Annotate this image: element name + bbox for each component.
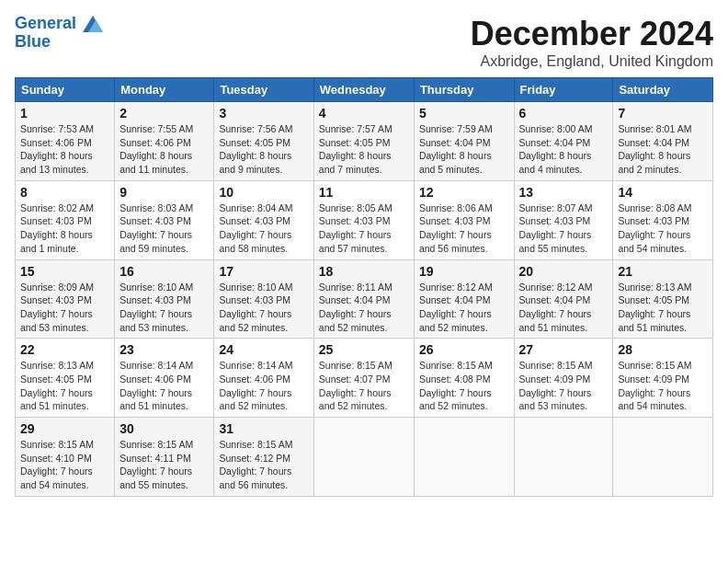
calendar-cell: [613, 418, 713, 497]
header-friday: Friday: [514, 78, 613, 102]
header-thursday: Thursday: [414, 78, 514, 102]
day-number: 30: [119, 421, 209, 436]
day-info: Sunrise: 8:15 AM Sunset: 4:09 PM Dayligh…: [618, 359, 708, 413]
day-info: Sunrise: 8:04 AM Sunset: 4:03 PM Dayligh…: [219, 201, 308, 256]
calendar-cell: 31 Sunrise: 8:15 AM Sunset: 4:12 PM Dayl…: [214, 418, 313, 497]
calendar-cell: 27 Sunrise: 8:15 AM Sunset: 4:09 PM Dayl…: [514, 339, 613, 418]
week-row-1: 1 Sunrise: 7:53 AM Sunset: 4:06 PM Dayli…: [16, 102, 713, 181]
calendar-cell: 8 Sunrise: 8:02 AM Sunset: 4:03 PM Dayli…: [16, 180, 115, 259]
day-info: Sunrise: 8:13 AM Sunset: 4:05 PM Dayligh…: [20, 359, 109, 413]
day-info: Sunrise: 7:57 AM Sunset: 4:05 PM Dayligh…: [319, 122, 409, 177]
day-number: 28: [618, 342, 708, 357]
day-number: 4: [319, 106, 409, 121]
calendar-cell: 25 Sunrise: 8:15 AM Sunset: 4:07 PM Dayl…: [313, 339, 414, 418]
day-info: Sunrise: 8:15 AM Sunset: 4:12 PM Dayligh…: [219, 438, 308, 492]
day-info: Sunrise: 7:59 AM Sunset: 4:04 PM Dayligh…: [419, 122, 509, 177]
week-row-4: 22 Sunrise: 8:13 AM Sunset: 4:05 PM Dayl…: [16, 339, 713, 418]
header-tuesday: Tuesday: [214, 78, 313, 102]
day-info: Sunrise: 7:55 AM Sunset: 4:06 PM Dayligh…: [119, 122, 209, 177]
day-info: Sunrise: 8:03 AM Sunset: 4:03 PM Dayligh…: [119, 201, 209, 256]
calendar-cell: 14 Sunrise: 8:08 AM Sunset: 4:03 PM Dayl…: [613, 180, 713, 259]
logo-text: General: [15, 15, 105, 33]
day-number: 3: [219, 106, 308, 121]
calendar-table: Sunday Monday Tuesday Wednesday Thursday…: [15, 77, 713, 497]
day-info: Sunrise: 8:06 AM Sunset: 4:03 PM Dayligh…: [419, 201, 509, 256]
day-number: 16: [119, 264, 209, 279]
day-info: Sunrise: 8:14 AM Sunset: 4:06 PM Dayligh…: [219, 359, 308, 413]
logo-icon: [83, 16, 103, 32]
week-row-2: 8 Sunrise: 8:02 AM Sunset: 4:03 PM Dayli…: [16, 180, 713, 259]
day-info: Sunrise: 8:12 AM Sunset: 4:04 PM Dayligh…: [519, 281, 609, 335]
day-number: 23: [119, 342, 209, 357]
day-number: 6: [519, 106, 609, 121]
day-info: Sunrise: 8:15 AM Sunset: 4:07 PM Dayligh…: [319, 359, 409, 413]
calendar-cell: 24 Sunrise: 8:14 AM Sunset: 4:06 PM Dayl…: [214, 339, 313, 418]
day-number: 9: [119, 185, 209, 200]
day-info: Sunrise: 8:14 AM Sunset: 4:06 PM Dayligh…: [119, 359, 209, 413]
calendar-title-area: December 2024 Axbridge, England, United …: [471, 15, 713, 70]
calendar-cell: [313, 418, 414, 497]
header-saturday: Saturday: [613, 78, 713, 102]
calendar-cell: 6 Sunrise: 8:00 AM Sunset: 4:04 PM Dayli…: [514, 102, 613, 181]
calendar-cell: 9 Sunrise: 8:03 AM Sunset: 4:03 PM Dayli…: [115, 180, 214, 259]
calendar-cell: 20 Sunrise: 8:12 AM Sunset: 4:04 PM Dayl…: [514, 259, 613, 339]
calendar-cell: 16 Sunrise: 8:10 AM Sunset: 4:03 PM Dayl…: [115, 259, 214, 339]
calendar-cell: 23 Sunrise: 8:14 AM Sunset: 4:06 PM Dayl…: [115, 339, 214, 418]
calendar-cell: [414, 418, 514, 497]
calendar-cell: 15 Sunrise: 8:09 AM Sunset: 4:03 PM Dayl…: [16, 259, 115, 339]
day-number: 29: [20, 421, 109, 436]
calendar-cell: 12 Sunrise: 8:06 AM Sunset: 4:03 PM Dayl…: [414, 180, 514, 259]
header-sunday: Sunday: [16, 78, 115, 102]
day-info: Sunrise: 8:15 AM Sunset: 4:08 PM Dayligh…: [419, 359, 509, 413]
calendar-cell: 19 Sunrise: 8:12 AM Sunset: 4:04 PM Dayl…: [414, 259, 514, 339]
day-info: Sunrise: 8:13 AM Sunset: 4:05 PM Dayligh…: [618, 281, 708, 335]
day-number: 19: [419, 264, 509, 279]
day-number: 20: [519, 264, 609, 279]
day-info: Sunrise: 8:15 AM Sunset: 4:10 PM Dayligh…: [20, 438, 109, 492]
logo-blue: Blue: [15, 33, 105, 52]
day-info: Sunrise: 8:15 AM Sunset: 4:11 PM Dayligh…: [119, 438, 209, 492]
logo: General Blue: [15, 15, 105, 52]
day-number: 27: [519, 342, 609, 357]
day-info: Sunrise: 8:01 AM Sunset: 4:04 PM Dayligh…: [618, 122, 708, 177]
calendar-cell: 17 Sunrise: 8:10 AM Sunset: 4:03 PM Dayl…: [214, 259, 313, 339]
day-info: Sunrise: 8:10 AM Sunset: 4:03 PM Dayligh…: [219, 281, 308, 335]
calendar-cell: 2 Sunrise: 7:55 AM Sunset: 4:06 PM Dayli…: [115, 102, 214, 181]
day-info: Sunrise: 8:07 AM Sunset: 4:03 PM Dayligh…: [519, 201, 609, 256]
calendar-cell: 30 Sunrise: 8:15 AM Sunset: 4:11 PM Dayl…: [115, 418, 214, 497]
day-info: Sunrise: 8:12 AM Sunset: 4:04 PM Dayligh…: [419, 281, 509, 335]
day-info: Sunrise: 8:00 AM Sunset: 4:04 PM Dayligh…: [519, 122, 609, 177]
calendar-header-row: Sunday Monday Tuesday Wednesday Thursday…: [16, 78, 713, 102]
day-number: 15: [20, 264, 109, 279]
day-info: Sunrise: 8:10 AM Sunset: 4:03 PM Dayligh…: [119, 281, 209, 335]
day-number: 18: [319, 264, 409, 279]
calendar-cell: [514, 418, 613, 497]
day-info: Sunrise: 8:02 AM Sunset: 4:03 PM Dayligh…: [20, 201, 109, 256]
day-number: 31: [219, 421, 308, 436]
calendar-cell: 1 Sunrise: 7:53 AM Sunset: 4:06 PM Dayli…: [16, 102, 115, 181]
calendar-cell: 7 Sunrise: 8:01 AM Sunset: 4:04 PM Dayli…: [613, 102, 713, 181]
calendar-cell: 26 Sunrise: 8:15 AM Sunset: 4:08 PM Dayl…: [414, 339, 514, 418]
day-number: 26: [419, 342, 509, 357]
week-row-5: 29 Sunrise: 8:15 AM Sunset: 4:10 PM Dayl…: [16, 418, 713, 497]
day-number: 17: [219, 264, 308, 279]
day-info: Sunrise: 7:53 AM Sunset: 4:06 PM Dayligh…: [20, 122, 109, 177]
day-number: 24: [219, 342, 308, 357]
week-row-3: 15 Sunrise: 8:09 AM Sunset: 4:03 PM Dayl…: [16, 259, 713, 339]
day-number: 12: [419, 185, 509, 200]
day-number: 8: [20, 185, 109, 200]
calendar-cell: 29 Sunrise: 8:15 AM Sunset: 4:10 PM Dayl…: [16, 418, 115, 497]
calendar-cell: 4 Sunrise: 7:57 AM Sunset: 4:05 PM Dayli…: [313, 102, 414, 181]
day-number: 13: [519, 185, 609, 200]
day-number: 25: [319, 342, 409, 357]
day-number: 1: [20, 106, 109, 121]
calendar-cell: 21 Sunrise: 8:13 AM Sunset: 4:05 PM Dayl…: [613, 259, 713, 339]
calendar-cell: 5 Sunrise: 7:59 AM Sunset: 4:04 PM Dayli…: [414, 102, 514, 181]
day-number: 22: [20, 342, 109, 357]
logo-general: General: [15, 14, 76, 32]
day-info: Sunrise: 8:11 AM Sunset: 4:04 PM Dayligh…: [319, 281, 409, 335]
calendar-cell: 10 Sunrise: 8:04 AM Sunset: 4:03 PM Dayl…: [214, 180, 313, 259]
day-info: Sunrise: 8:05 AM Sunset: 4:03 PM Dayligh…: [319, 201, 409, 256]
day-number: 10: [219, 185, 308, 200]
day-number: 11: [319, 185, 409, 200]
